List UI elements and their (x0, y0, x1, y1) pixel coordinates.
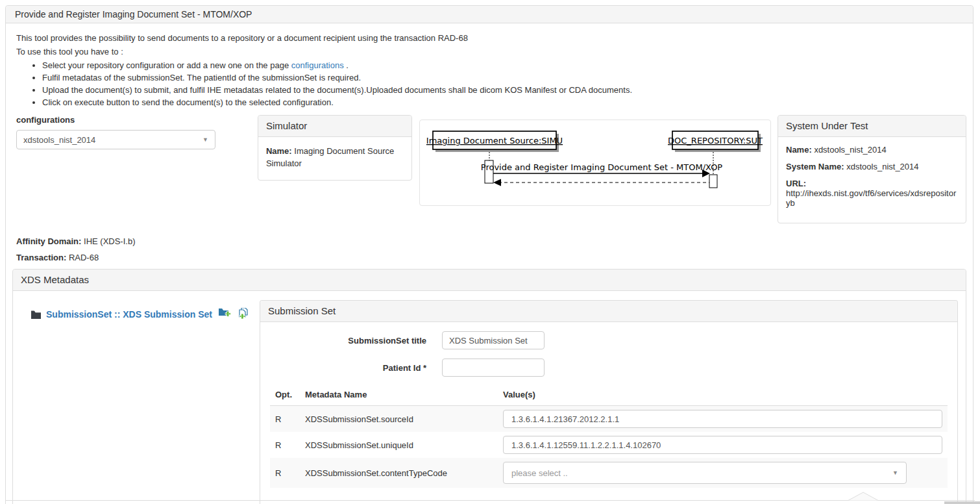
system-under-test-panel: System Under Test Name: xdstools_nist_20… (778, 115, 966, 223)
sourceid-value-input[interactable] (503, 410, 942, 428)
patient-id-label: Patient Id * (270, 363, 426, 373)
submissionset-title-input[interactable] (442, 331, 545, 349)
configurations-label: configurations (16, 115, 215, 125)
instruction-text: . (344, 60, 349, 70)
section-divider (5, 500, 975, 501)
intro-line-2: To use this tool you have to : (16, 47, 966, 57)
instruction-text: Select your repository configuration or … (42, 60, 291, 70)
sut-system-name-value: xdstools_nist_2014 (846, 162, 918, 171)
configurations-select[interactable]: xdstools_nist_2014 ▼ (16, 130, 215, 149)
configurations-selected-value: xdstools_nist_2014 (23, 135, 95, 145)
sut-url-value: http://ihexds.nist.gov/tf6/services/xdsr… (786, 188, 956, 208)
affinity-domain-line: Affinity Domain: IHE (XDS-I.b) (16, 236, 966, 246)
metadata-name-cell: XDSSubmissionSet.sourceId (300, 406, 498, 433)
sut-system-name-label: System Name: (786, 162, 844, 171)
chevron-down-icon: ▼ (202, 136, 208, 143)
opt-cell: R (270, 406, 300, 433)
transaction-value: RAD-68 (69, 253, 99, 262)
add-folder-icon (219, 308, 231, 319)
return-arrowhead (493, 179, 501, 186)
target-actor-label: DOC_REPOSITORY:SUT (668, 136, 763, 145)
table-row-uniqueid: R XDSSubmissionSet.uniqueId (270, 432, 948, 458)
page-title: Provide and Register Imaging Document Se… (6, 6, 973, 23)
sut-url-label: URL: (786, 179, 806, 188)
uniqueid-value-input[interactable] (503, 436, 942, 454)
intro-line-1: This tool provides the possibility to se… (16, 33, 966, 43)
add-document-entry-button[interactable] (219, 308, 231, 321)
message-label: Provide and Register Imaging Document Se… (481, 162, 723, 172)
transaction-line: Transaction: RAD-68 (16, 253, 966, 262)
sut-name-value: xdstools_nist_2014 (814, 145, 886, 155)
submissionset-node-link[interactable]: SubmissionSet :: XDS Submission Set (46, 309, 212, 320)
opt-cell: R (270, 432, 300, 458)
submission-set-panel: Submission Set SubmissionSet title Patie… (260, 300, 958, 504)
xds-metadatas-panel: XDS Metadatas SubmissionSet :: XDS Submi… (12, 269, 966, 504)
instruction-item: Click on execute button to send the docu… (42, 97, 966, 107)
metadata-name-cell: XDSSubmissionSet.uniqueId (300, 432, 498, 458)
metadata-name-cell: XDSSubmissionSet.contentTypeCode (300, 458, 498, 488)
sequence-diagram: Imaging Document Source:SIMU DOC_REPOSIT… (420, 120, 770, 205)
submission-set-title: Submission Set (260, 301, 957, 322)
copy-plus-icon (238, 308, 249, 319)
transaction-label: Transaction: (16, 253, 66, 262)
sut-name-line: Name: xdstools_nist_2014 (786, 145, 958, 155)
contenttypecode-select[interactable]: please select .. ▼ (503, 462, 907, 484)
form-row-patient-id: Patient Id * (270, 359, 948, 377)
table-row-contenttypecode: R XDSSubmissionSet.contentTypeCode pleas… (270, 458, 948, 488)
opt-cell: R (270, 458, 300, 488)
source-actor-label: Imaging Document Source:SIMU (426, 136, 563, 145)
instruction-text: Click on execute button to send the docu… (42, 97, 334, 107)
sut-system-name-line: System Name: xdstools_nist_2014 (786, 162, 958, 171)
popover-arrow-up-icon (848, 492, 879, 501)
metadata-tree: SubmissionSet :: XDS Submission Set (21, 300, 260, 321)
duplicate-node-button[interactable] (238, 308, 249, 321)
instructions-list: Select your repository configuration or … (12, 60, 966, 107)
tree-item-submissionset: SubmissionSet :: XDS Submission Set (31, 308, 260, 321)
configurations-link[interactable]: configurations (291, 60, 344, 70)
submissionset-title-label: SubmissionSet title (270, 336, 426, 346)
metadata-table: Opt. Metadata Name Value(s) R XDSSubmiss… (270, 387, 948, 488)
folder-icon (31, 310, 41, 319)
affinity-domain-label: Affinity Domain: (16, 236, 81, 246)
instruction-item: Fulfil metadatas of the submissionSet. T… (42, 73, 966, 82)
col-header-metadata-name: Metadata Name (300, 387, 498, 406)
contenttypecode-placeholder: please select .. (511, 468, 568, 478)
instruction-item: Select your repository configuration or … (42, 60, 966, 70)
metadata-table-header-row: Opt. Metadata Name Value(s) (270, 387, 948, 406)
col-header-values: Value(s) (498, 387, 948, 406)
instruction-text: Upload the document(s) to submit, and fu… (42, 85, 632, 95)
xds-metadatas-title: XDS Metadatas (13, 270, 966, 291)
instruction-text: Fulfil metadatas of the submissionSet. T… (42, 73, 361, 82)
chevron-down-icon: ▼ (892, 470, 898, 476)
sut-name-label: Name: (786, 145, 812, 155)
simulator-panel-title: Simulator (258, 116, 411, 137)
col-header-opt: Opt. (270, 387, 300, 406)
simulator-panel: Simulator Name: Imaging Document Source … (258, 115, 412, 181)
simulator-name-label: Name: (266, 146, 292, 156)
sut-panel-title: System Under Test (778, 116, 966, 137)
affinity-domain-value: IHE (XDS-I.b) (84, 236, 135, 246)
activation-target (709, 175, 717, 188)
table-row-sourceid: R XDSSubmissionSet.sourceId (270, 406, 948, 433)
sut-url-line: URL: http://ihexds.nist.gov/tf6/services… (786, 179, 958, 208)
main-panel: Provide and Register Imaging Document Se… (5, 5, 974, 504)
patient-id-input[interactable] (442, 359, 545, 377)
sequence-diagram-panel: Imaging Document Source:SIMU DOC_REPOSIT… (419, 120, 771, 206)
form-row-title: SubmissionSet title (270, 331, 948, 349)
horizontal-scrollbar-thumb[interactable] (944, 501, 980, 504)
instruction-item: Upload the document(s) to submit, and fu… (42, 85, 966, 95)
